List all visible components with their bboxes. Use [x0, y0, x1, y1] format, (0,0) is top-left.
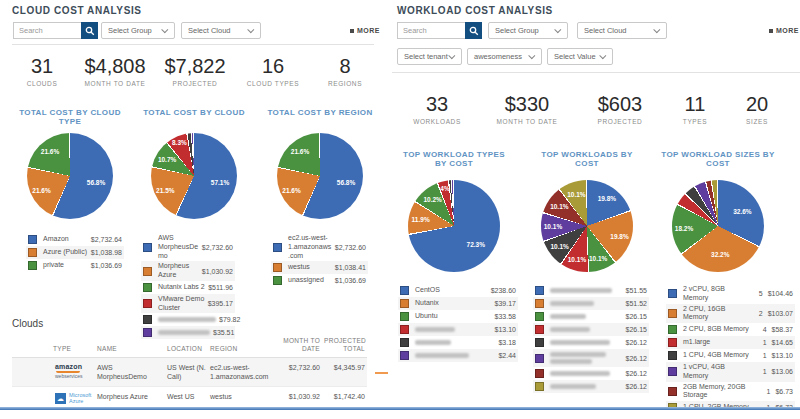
legend-value: $2.44: [498, 352, 516, 359]
legend-value: $13.06: [772, 368, 793, 375]
legend-label: [550, 299, 626, 308]
pie-chart-cost-by-region[interactable]: 56.8%21.6%21.6%: [277, 133, 363, 219]
cloud-search-button[interactable]: [81, 22, 98, 39]
awesomeness-dropdown[interactable]: awesomeness: [467, 48, 542, 65]
legend-item: Nutanix$39.17: [398, 297, 518, 310]
table-scroll-indicator[interactable]: [375, 372, 388, 374]
legend-cost-by-region: ec2.us-west-1.amazonaws.com$2,732.60west…: [271, 233, 368, 287]
pie-percent-label: 32.2%: [711, 251, 729, 258]
pie-percent-label: 21.5%: [156, 186, 174, 193]
legend-label: [550, 350, 626, 366]
legend-item: unassigned$1,036.69: [271, 274, 368, 287]
column-header[interactable]: PROJECTED TOTAL: [322, 337, 367, 354]
legend-workload-sizes: 2 vCPU, 8GB Memory5$104.462 CPU, 16GB Me…: [666, 284, 795, 407]
legend-item: $26.15: [533, 323, 649, 336]
table-cell: ec2.us-west-1.amazonaws.com: [208, 358, 280, 386]
stat-label: CLOUDS: [0, 80, 84, 87]
legend-workloads: $51.55$51.52$26.15$26.15$26.12$26.12$26.…: [533, 284, 649, 393]
select-tenant-dropdown[interactable]: Select tenant: [397, 48, 462, 65]
legend-label: m1.large: [683, 338, 755, 347]
chevron-down-icon: [161, 26, 168, 33]
legend-item: ec2.us-west-1.amazonaws.com$2,732.60: [271, 233, 368, 261]
legend-item: $26.12: [533, 367, 649, 380]
horizontal-scrollbar[interactable]: [0, 407, 800, 410]
pie-chart-workload-types[interactable]: 72.3%11.9%10.2%4%: [408, 180, 500, 272]
table-cell: West US: [165, 387, 208, 406]
azure-logo: ☁MicrosoftAzure: [55, 392, 93, 405]
legend-swatch-icon: [28, 261, 37, 270]
stat-label: MONTH TO DATE: [485, 118, 569, 125]
chevron-down-icon: [554, 26, 561, 33]
pie-percent-label: 32.6%: [733, 208, 751, 215]
pie-percent-label: 21.6%: [291, 148, 309, 155]
redacted-label: [550, 352, 606, 357]
column-header[interactable]: TYPE: [12, 345, 95, 353]
legend-value: $1,038.98: [91, 249, 122, 256]
legend-value: $26.15: [626, 313, 647, 320]
pie-percent-label: 10.1%: [567, 190, 585, 197]
legend-value: $1,036.69: [335, 277, 366, 284]
legend-item: $26.12: [533, 336, 649, 349]
column-header[interactable]: MONTH TO DATE: [280, 337, 322, 354]
cloud-more-button[interactable]: MORE: [350, 27, 380, 34]
workload-search-input[interactable]: [397, 22, 465, 39]
stat-value: 8: [303, 56, 387, 77]
legend-swatch-icon: [273, 263, 282, 272]
pie-chart-workloads[interactable]: 19.8%19.8%10.1%10.1%10.1%10.1%10.1%10.1%: [541, 180, 633, 272]
cloud-search-input[interactable]: [13, 22, 81, 39]
select-tenant-label: Select tenant: [404, 52, 448, 61]
table-cell: AWS MorpheusDemo: [95, 358, 165, 386]
legend-value: $2,732.64: [91, 236, 122, 243]
workload-more-button[interactable]: MORE: [769, 27, 799, 34]
legend-value: $2,732.60: [202, 244, 233, 251]
table-cell: Morpheus Azure: [95, 387, 165, 406]
legend-label: [550, 338, 626, 347]
chart-title-cost-by-cloud-type: TOTAL COST BY CLOUD TYPE: [12, 108, 128, 126]
legend-label: Azure (Public): [43, 248, 91, 257]
stat-value: $330: [485, 94, 569, 115]
legend-swatch-icon: [668, 325, 677, 334]
select-value-dropdown[interactable]: Select Value: [547, 48, 613, 65]
pie-percent-label: 10.1%: [544, 223, 562, 230]
pie-chart-cost-by-cloud-type[interactable]: 56.8%21.6%21.6%: [27, 133, 113, 219]
column-header[interactable]: LOCATION: [165, 345, 208, 353]
awesomeness-label: awesomeness: [474, 52, 522, 61]
table-row[interactable]: amazonwebservicesAWS MorpheusDemoUS West…: [12, 358, 367, 387]
legend-value: $6.73: [775, 388, 793, 395]
search-icon: [469, 26, 479, 36]
pie-chart-workload-sizes[interactable]: 32.6%32.2%18.2%: [672, 180, 764, 272]
pie-chart-cost-by-cloud[interactable]: 57.1%21.5%10.7%8.3%: [151, 133, 237, 219]
select-cloud-dropdown[interactable]: Select Cloud: [577, 22, 667, 39]
redacted-label: [415, 353, 469, 358]
legend-swatch-icon: [668, 338, 677, 347]
cost-analysis-dashboard: CLOUD COST ANALYSIS Select Group Select …: [0, 0, 800, 419]
select-group-dropdown[interactable]: Select Group: [488, 22, 568, 39]
legend-label: 2GB Memory, 20GB Storage: [683, 383, 758, 401]
chevron-down-icon: [448, 52, 455, 59]
chart-title-workload-sizes: TOP WORKLOAD SIZES BY COST: [655, 150, 781, 168]
legend-item: $51.55: [533, 284, 649, 297]
select-cloud-dropdown[interactable]: Select Cloud: [181, 22, 261, 39]
stat-label: PROJECTED: [578, 118, 662, 125]
column-header[interactable]: NAME: [95, 345, 165, 353]
legend-value: $13.10: [495, 326, 516, 333]
legend-swatch-icon: [668, 309, 677, 318]
pie-percent-label: 11.9%: [412, 216, 430, 223]
legend-label: 2 CPU, 16GB Memory: [683, 305, 751, 323]
table-cell: $4,345.97: [322, 358, 367, 377]
legend-value: $26.15: [626, 326, 647, 333]
clouds-table-body: TYPENAMELOCATIONREGIONMONTH TO DATEPROJE…: [12, 337, 367, 407]
pie-percent-label: 21.6%: [41, 148, 59, 155]
legend-item: $3.18: [398, 336, 518, 349]
legend-label: VMware Demo Cluster: [158, 295, 208, 313]
table-row[interactable]: ☁MicrosoftAzureMorpheus AzureWest USwest…: [12, 387, 367, 407]
legend-label: 2 vCPU, 8GB Memory: [683, 285, 751, 303]
legend-count: 4: [755, 326, 767, 333]
select-group-dropdown[interactable]: Select Group: [101, 22, 175, 39]
legend-swatch-icon: [28, 235, 37, 244]
redacted-label: [550, 314, 586, 319]
workload-search-button[interactable]: [465, 22, 482, 39]
workload-search: [397, 22, 482, 39]
legend-value: $26.12: [626, 370, 647, 377]
column-header[interactable]: REGION: [208, 345, 280, 353]
